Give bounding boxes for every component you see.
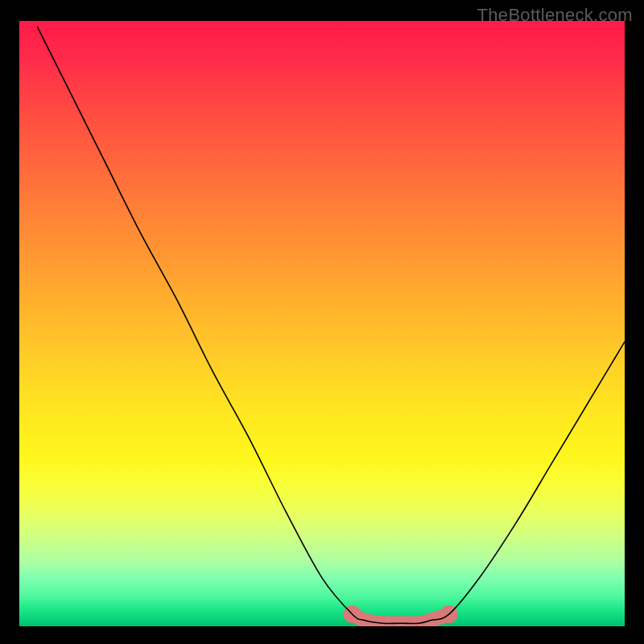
chart-container: TheBottleneck.com	[0, 0, 644, 644]
watermark-text: TheBottleneck.com	[477, 5, 633, 26]
plot-area	[19, 21, 625, 626]
curve-overlay	[19, 21, 625, 626]
